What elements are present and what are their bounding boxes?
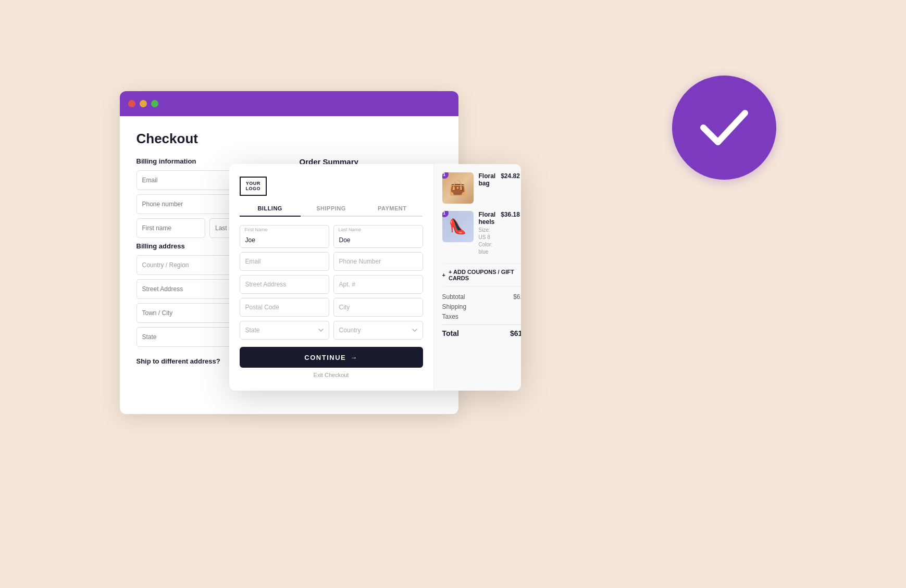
summary-shipping-row: Shipping — bbox=[442, 303, 521, 310]
street-input[interactable] bbox=[240, 275, 329, 294]
first-name-label: First Name bbox=[245, 227, 268, 232]
continue-arrow: → bbox=[350, 354, 358, 361]
cart-item-1: 1 👜 Floral bag $24.82 🗑 bbox=[442, 172, 521, 204]
ship-different-label: Ship to different address? bbox=[136, 357, 220, 365]
continue-button[interactable]: CONTINUE → bbox=[240, 347, 423, 368]
last-name-label: Last Name bbox=[339, 227, 362, 232]
titlebar bbox=[120, 91, 458, 116]
checkmark-icon bbox=[698, 107, 750, 148]
tab-payment[interactable]: PAYMENT bbox=[362, 205, 423, 217]
logo-text: YOURLOGO bbox=[246, 181, 261, 192]
checkout-tabs: BILLING SHIPPING PAYMENT bbox=[240, 205, 423, 217]
city-input[interactable] bbox=[333, 298, 423, 317]
state-select[interactable]: State bbox=[240, 321, 329, 340]
dot-close[interactable] bbox=[128, 100, 135, 107]
tab-shipping[interactable]: SHIPPING bbox=[301, 205, 362, 217]
name-row: First Name Last Name bbox=[240, 225, 423, 248]
summary-subtotal-label: Subtotal bbox=[442, 293, 465, 301]
summary-subtotal-value: $61.00 bbox=[513, 293, 520, 301]
dot-maximize[interactable] bbox=[151, 100, 158, 107]
cart-item-1-name: Floral bag bbox=[479, 172, 496, 187]
tab-billing[interactable]: BILLING bbox=[240, 205, 301, 217]
success-check-circle bbox=[672, 76, 776, 180]
postal-input[interactable] bbox=[240, 298, 329, 317]
cart-item-2-detail: Size: US 8 Color: blue bbox=[479, 227, 496, 256]
checkout-title: Checkout bbox=[136, 131, 442, 147]
dot-minimize[interactable] bbox=[140, 100, 147, 107]
summary-total-label: Total bbox=[442, 329, 459, 337]
summary-subtotal-row: Subtotal $61.00 bbox=[442, 293, 521, 301]
state-country-row: State Country bbox=[240, 321, 423, 340]
cart-item-1-price: $24.82 bbox=[501, 172, 520, 180]
coupon-plus-icon: + bbox=[442, 272, 445, 278]
postal-city-row bbox=[240, 298, 423, 317]
country-select[interactable]: Country bbox=[333, 321, 423, 340]
store-logo: YOURLOGO bbox=[240, 177, 267, 196]
summary-shipping-label: Shipping bbox=[442, 303, 467, 310]
cart-item-2-price: $36.18 bbox=[501, 211, 520, 218]
apt-input[interactable] bbox=[333, 275, 423, 294]
street-apt-row bbox=[240, 275, 423, 294]
email-phone-row bbox=[240, 252, 423, 271]
exit-checkout-link[interactable]: Exit Checkout bbox=[240, 372, 423, 378]
coupon-row[interactable]: + + ADD COUPONS / GIFT CARDS bbox=[442, 263, 521, 287]
checkout-form-panel: YOURLOGO BILLING SHIPPING PAYMENT bbox=[229, 164, 434, 391]
summary-taxes-label: Taxes bbox=[442, 313, 458, 320]
summary-total-row: Total $61.00 bbox=[442, 324, 521, 337]
summary-total-value: $61.00 bbox=[510, 329, 520, 337]
cart-item-2-name: Floral heels bbox=[479, 211, 496, 226]
cart-item-1-image: 1 👜 bbox=[442, 172, 474, 204]
cart-item-2: 1 👠 Floral heels Size: US 8 Color: blue … bbox=[442, 211, 521, 256]
billing-firstname-input[interactable] bbox=[136, 218, 206, 238]
continue-label: CONTINUE bbox=[304, 354, 346, 361]
coupon-label: + ADD COUPONS / GIFT CARDS bbox=[449, 269, 521, 281]
summary-taxes-row: Taxes — bbox=[442, 313, 521, 320]
checkout-modal: YOURLOGO BILLING SHIPPING PAYMENT bbox=[229, 164, 521, 391]
cart-item-2-image: 1 👠 bbox=[442, 211, 474, 242]
cart-summary-panel: × 1 👜 Floral bag $24.82 🗑 1 bbox=[434, 164, 521, 391]
phone-input[interactable] bbox=[333, 252, 423, 271]
email-input[interactable] bbox=[240, 252, 329, 271]
